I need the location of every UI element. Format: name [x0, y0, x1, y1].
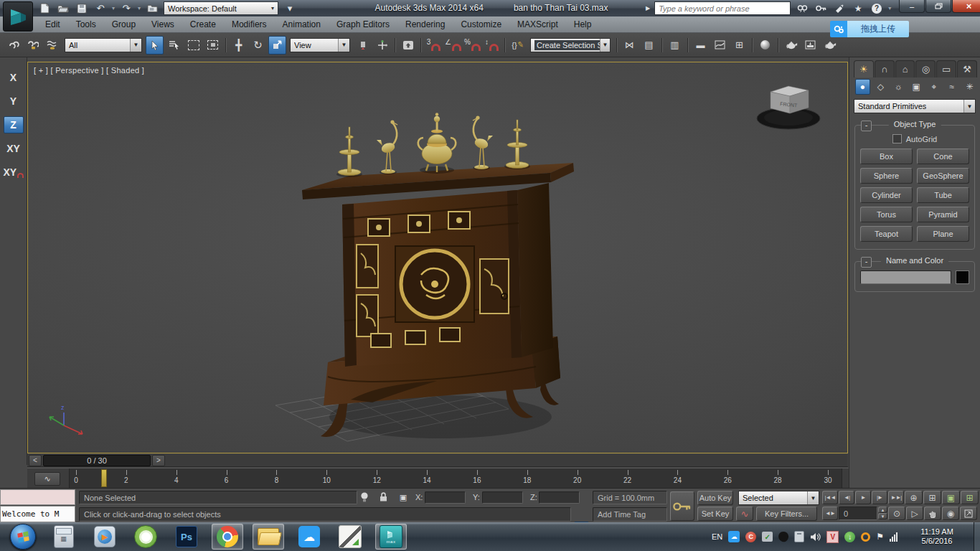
selection-filter-dropdown[interactable]: All▼ — [65, 38, 142, 52]
spinner-up-icon[interactable]: ▲ — [878, 507, 887, 513]
objtype-teapot-button[interactable]: Teapot — [860, 226, 913, 242]
viewcube[interactable]: FRONT — [748, 75, 829, 134]
menu-item-rendering[interactable]: Rendering — [397, 17, 453, 32]
selection-lock-icon[interactable] — [379, 491, 388, 505]
search-icon[interactable] — [795, 2, 809, 15]
media-player-app[interactable]: ▶ — [89, 524, 121, 550]
restore-button[interactable] — [925, 0, 951, 13]
menu-item-maxscript[interactable]: MAXScript — [509, 17, 566, 32]
prev-frame-button[interactable]: ◄| — [839, 491, 854, 504]
window-crossing-icon[interactable] — [204, 36, 222, 55]
tab-motion[interactable]: ◎ — [915, 60, 936, 77]
golf-app[interactable] — [334, 524, 366, 550]
menu-item-help[interactable]: Help — [566, 17, 600, 32]
orbit-icon[interactable]: ◉ — [942, 507, 959, 520]
next-frame-button[interactable]: |► — [872, 491, 887, 504]
default-tangent-icon[interactable]: ∿ — [736, 507, 753, 521]
search-input[interactable] — [654, 1, 791, 15]
bind-to-spacewarp-icon[interactable] — [43, 36, 61, 55]
menu-item-create[interactable]: Create — [182, 17, 224, 32]
toolbar-overflow-icon[interactable]: ▾ — [283, 2, 297, 15]
workspace-dropdown[interactable]: Workspace: Default ▾ — [164, 1, 278, 15]
language-indicator[interactable]: EN — [712, 532, 722, 541]
time-config-icon[interactable]: ⊙ — [888, 507, 905, 520]
axis-z-button[interactable]: Z — [4, 116, 24, 133]
zoom-extents-all-icon[interactable]: ⊞ — [961, 491, 979, 504]
vietkey-tray-icon[interactable]: V — [826, 531, 839, 543]
subscription-key-icon[interactable] — [814, 2, 828, 15]
favorites-star-icon[interactable]: ★ — [851, 2, 865, 15]
render-production-icon[interactable] — [821, 36, 839, 55]
keyboard-override-icon[interactable] — [399, 36, 417, 55]
ribbon-toggle-icon[interactable]: ▬ — [692, 36, 710, 55]
sub-lights[interactable]: ☼ — [891, 79, 906, 95]
axis-xy-button[interactable]: XY — [4, 140, 24, 157]
percent-snap-icon[interactable]: % — [463, 36, 481, 55]
play-button[interactable]: ► — [855, 491, 871, 504]
menu-item-views[interactable]: Views — [143, 17, 182, 32]
network-tray-icon[interactable] — [890, 532, 897, 542]
time-slider[interactable] — [101, 469, 107, 487]
maxscript-mini-listener-macro[interactable] — [0, 489, 75, 505]
show-desktop-button[interactable] — [974, 522, 980, 551]
undo-icon[interactable]: ↶ — [93, 2, 108, 15]
sub-systems[interactable]: ✳ — [962, 79, 977, 95]
set-key-button[interactable]: Set Key — [697, 507, 733, 521]
rect-selection-region-icon[interactable] — [184, 36, 202, 55]
tab-utilities[interactable]: ⚒ — [957, 60, 977, 77]
objtype-box-button[interactable]: Box — [860, 149, 913, 164]
sub-shapes[interactable]: ◇ — [873, 79, 888, 95]
select-manipulate-icon[interactable] — [373, 36, 391, 55]
idm-tray-icon[interactable]: ↓ — [844, 532, 855, 542]
perspective-viewport[interactable]: [ + ] [ Perspective ] [ Shaded ] FRONT — [27, 62, 848, 453]
close-button[interactable]: × — [952, 0, 980, 13]
x-coord-field[interactable] — [425, 491, 466, 504]
new-file-icon[interactable] — [37, 2, 52, 15]
select-by-name-icon[interactable] — [165, 36, 183, 55]
category-dropdown[interactable]: Standard Primitives ▼ — [854, 99, 976, 113]
upload-overlay[interactable]: 拖拽上传 — [830, 21, 909, 37]
help-icon[interactable]: ? — [870, 2, 884, 15]
taskbar-clock[interactable]: 11:19 AM 5/6/2016 — [910, 527, 963, 546]
usb-tray-icon[interactable]: ✓ — [762, 532, 773, 542]
use-pivot-center-icon[interactable] — [354, 36, 372, 55]
sub-cameras[interactable]: ▣ — [909, 79, 924, 95]
menu-item-modifiers[interactable]: Modifiers — [224, 17, 275, 32]
maxscript-mini-listener[interactable]: Welcome to M — [0, 506, 75, 522]
pan-hand-icon[interactable] — [924, 507, 941, 520]
start-button[interactable] — [7, 524, 39, 550]
menu-item-graph-editors[interactable]: Graph Editors — [329, 17, 397, 32]
object-color-swatch[interactable] — [956, 270, 969, 284]
mini-curve-editor-button[interactable]: ∿ — [34, 472, 60, 486]
y-coord-field[interactable] — [482, 491, 523, 504]
baidu-tray-icon[interactable]: ☁ — [728, 531, 740, 542]
align-icon[interactable]: ▤ — [640, 36, 658, 55]
baidu-pan-app[interactable]: ☁ — [293, 524, 325, 550]
select-rotate-icon[interactable]: ↻ — [249, 36, 267, 55]
viewport-label[interactable]: [ + ] [ Perspective ] [ Shaded ] — [34, 66, 144, 75]
objtype-tube-button[interactable]: Tube — [917, 187, 969, 203]
communication-center-icon[interactable] — [832, 2, 847, 15]
3dsmax-logo[interactable] — [3, 1, 33, 32]
key-mode-toggle[interactable]: ◄► — [822, 507, 838, 520]
tab-display[interactable]: ▭ — [936, 60, 956, 77]
rendered-frame-icon[interactable] — [801, 36, 819, 55]
snap-toggle-icon[interactable]: 3 — [425, 36, 443, 55]
undo-dropdown-icon[interactable]: ▾ — [112, 5, 115, 11]
select-object-icon[interactable] — [146, 36, 164, 55]
schematic-view-icon[interactable]: ⊞ — [730, 36, 748, 55]
help-dropdown-icon[interactable]: ▾ — [888, 5, 891, 11]
chrome-app[interactable] — [212, 524, 243, 550]
menu-item-group[interactable]: Group — [104, 17, 143, 32]
select-move-icon[interactable]: ╋ — [230, 36, 248, 55]
curve-editor-icon[interactable] — [711, 36, 729, 55]
unlink-selection-icon[interactable] — [24, 36, 42, 55]
prev-frame-small-button[interactable]: < — [29, 455, 42, 466]
altar-cabinet-model[interactable] — [265, 81, 616, 453]
redo-dropdown-icon[interactable]: ▾ — [138, 5, 141, 11]
auto-key-button[interactable]: Auto Key — [697, 491, 733, 505]
save-icon[interactable] — [75, 2, 89, 15]
mirror-icon[interactable]: ⋈ — [621, 36, 639, 55]
maximize-viewport-icon[interactable] — [960, 507, 977, 520]
named-selection-dropdown[interactable]: Create Selection Se▼ — [530, 38, 611, 52]
